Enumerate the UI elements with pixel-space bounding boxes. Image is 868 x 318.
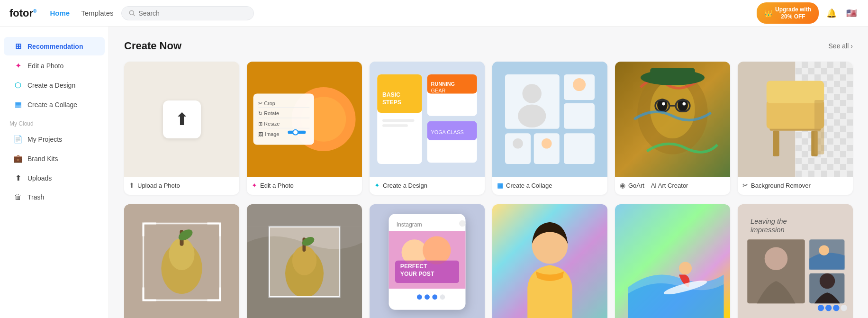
upgrade-button[interactable]: 👑 Upgrade with 20% OFF <box>757 2 819 24</box>
svg-rect-78 <box>247 204 362 227</box>
sidebar-label-recommendation: Recommendation <box>27 43 83 50</box>
upload-arrow-icon: ⬆ <box>175 109 189 129</box>
sidebar-item-recommendation[interactable]: ⊞ Recommendation <box>4 37 105 55</box>
nav-links: Home Templates <box>50 9 113 17</box>
edit-photo-illustration: ✂ Crop ↻ Rotate ⊞ Resize 🖼 Image <box>247 62 362 177</box>
svg-point-106 <box>765 247 788 270</box>
create-design-icon: ⬡ <box>13 81 23 90</box>
svg-text:Instagram: Instagram <box>397 221 422 228</box>
sidebar-item-trash[interactable]: 🗑 Trash <box>4 188 105 206</box>
sidebar-label-edit-photo: Edit a Photo <box>27 62 63 70</box>
card-label-edit: ✦ Edit a Photo <box>247 177 362 195</box>
svg-point-14 <box>293 130 298 135</box>
svg-point-94 <box>425 294 430 300</box>
card-add-text[interactable]: ✏ Add Text to Photo <box>124 204 239 318</box>
sidebar-label-create-design: Create a Design <box>27 82 75 89</box>
card-change-bg[interactable]: ◧ Change Backgroud <box>492 204 607 318</box>
sidebar-item-edit-photo[interactable]: ✦ Edit a Photo <box>4 56 105 75</box>
svg-rect-32 <box>564 103 595 129</box>
card-bg-remover[interactable]: ✂ Background Remover <box>738 62 853 195</box>
svg-point-38 <box>573 78 586 91</box>
svg-point-111 <box>818 305 824 311</box>
upgrade-label: Upgrade with 20% OFF <box>775 6 811 20</box>
notification-button[interactable]: 🔔 <box>824 6 839 20</box>
svg-point-95 <box>432 294 437 300</box>
design-label-icon: ✦ <box>374 182 380 189</box>
bg-remover-illustration <box>738 62 853 177</box>
svg-text:GEAR: GEAR <box>431 88 446 93</box>
card-label-bgremover: ✂ Background Remover <box>738 177 853 195</box>
card-crop[interactable]: ⊡ Crop <box>247 204 362 318</box>
svg-text:✂ Crop: ✂ Crop <box>258 100 275 106</box>
svg-point-93 <box>417 294 422 300</box>
svg-text:impression: impression <box>750 226 785 234</box>
logo-text: fotor® <box>9 7 36 19</box>
card-label-design: ✦ Create a Design <box>370 177 485 195</box>
sidebar-item-create-collage[interactable]: ▦ Create a Collage <box>4 95 105 114</box>
sidebar-label-uploads: Uploads <box>27 174 52 182</box>
nav-home[interactable]: Home <box>50 9 70 17</box>
sidebar-item-brand-kits[interactable]: 💼 Brand Kits <box>4 149 105 168</box>
search-input[interactable] <box>139 9 247 17</box>
svg-point-46 <box>662 102 665 106</box>
svg-point-110 <box>820 273 835 289</box>
card-goart[interactable]: ◉ GoArt – AI Art Creator <box>615 62 730 195</box>
bgremover-label-icon: ✂ <box>742 182 748 189</box>
card-create-design[interactable]: BASIC STEPS RUNNING GEAR YOGA CLASS <box>370 62 485 195</box>
create-collage-icon: ▦ <box>13 100 23 109</box>
card-edit-photo[interactable]: ✂ Crop ↻ Rotate ⊞ Resize 🖼 Image ✦ Edit … <box>247 62 362 195</box>
svg-text:YOUR POST: YOUR POST <box>400 271 434 277</box>
edit-photo-icon: ✦ <box>13 61 23 70</box>
logo[interactable]: fotor® <box>9 7 36 19</box>
svg-rect-64 <box>814 100 824 154</box>
svg-rect-79 <box>247 297 362 318</box>
svg-rect-20 <box>382 119 415 122</box>
my-projects-icon: 📄 <box>13 135 23 144</box>
card-create-collage[interactable]: ▦ Create a Collage <box>492 62 607 195</box>
svg-rect-52 <box>650 68 695 81</box>
edit-label-icon: ✦ <box>252 182 257 189</box>
effect-illustration <box>615 204 730 318</box>
svg-text:STEPS: STEPS <box>382 99 401 106</box>
card-upload-photo[interactable]: ⬆ ⬆ Upload a Photo <box>124 62 239 195</box>
section-header: Create Now See all › <box>124 40 853 52</box>
svg-text:↻ Rotate: ↻ Rotate <box>258 110 279 116</box>
card-effect[interactable]: ◈ Effect <box>615 204 730 318</box>
sidebar-item-uploads[interactable]: ⬆ Uploads <box>4 169 105 187</box>
sidebar-label-brand-kits: Brand Kits <box>27 155 58 163</box>
card-photo-collage[interactable]: Leaving the impression <box>738 204 853 318</box>
svg-rect-60 <box>773 131 779 156</box>
svg-point-39 <box>513 138 523 149</box>
card-label-collage: ▦ Create a Collage <box>492 177 607 195</box>
logo-superscript: ® <box>33 8 36 13</box>
svg-point-108 <box>819 245 829 255</box>
nav-right: 👑 Upgrade with 20% OFF 🔔 🇺🇸 <box>757 2 859 24</box>
svg-point-100 <box>679 262 692 275</box>
svg-rect-80 <box>247 227 269 297</box>
section-title: Create Now <box>124 40 181 52</box>
sidebar-item-my-projects[interactable]: 📄 My Projects <box>4 130 105 148</box>
crop-illustration <box>247 204 362 318</box>
svg-text:YOGA CLASS: YOGA CLASS <box>431 129 464 135</box>
recommendation-icon: ⊞ <box>13 42 23 51</box>
sidebar-item-create-design[interactable]: ⬡ Create a Design <box>4 76 105 94</box>
goart-label-icon: ◉ <box>620 182 625 189</box>
nav-templates[interactable]: Templates <box>81 9 113 17</box>
flag-us-button[interactable]: 🇺🇸 <box>844 6 859 20</box>
search-icon <box>128 9 136 17</box>
card-instagram[interactable]: Instagram PERFECT YOUR POST <box>370 204 485 318</box>
sidebar: ⊞ Recommendation ✦ Edit a Photo ⬡ Create… <box>0 27 109 318</box>
svg-text:Leaving the: Leaving the <box>750 218 787 225</box>
card-label-upload: ⬆ Upload a Photo <box>124 177 239 195</box>
create-collage-illustration <box>492 62 607 177</box>
trash-icon: 🗑 <box>13 193 23 201</box>
svg-text:BASIC: BASIC <box>382 91 400 98</box>
svg-rect-63 <box>767 81 824 103</box>
svg-point-113 <box>833 305 840 311</box>
svg-text:🖼 Image: 🖼 Image <box>258 131 279 137</box>
svg-point-112 <box>825 305 832 311</box>
create-design-illustration: BASIC STEPS RUNNING GEAR YOGA CLASS <box>370 62 485 177</box>
see-all-link[interactable]: See all › <box>829 42 853 50</box>
goart-illustration <box>615 62 730 177</box>
sidebar-label-create-collage: Create a Collage <box>27 101 77 109</box>
